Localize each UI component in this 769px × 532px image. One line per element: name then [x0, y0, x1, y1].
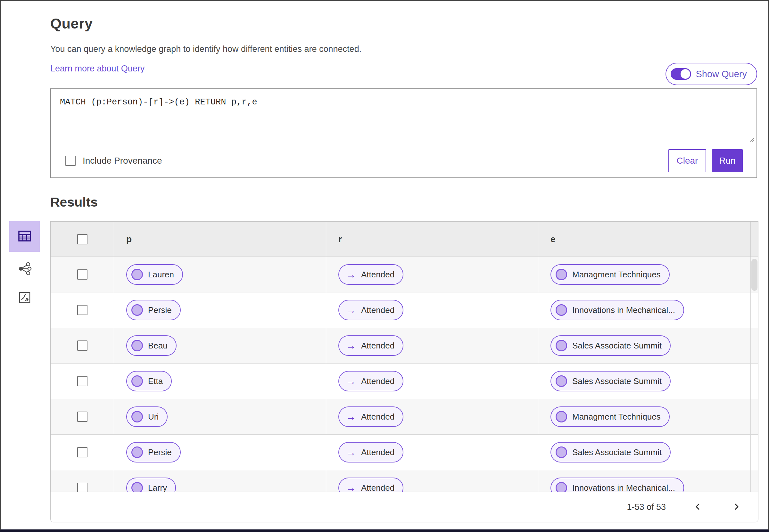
- header-scrollbar-cell: [750, 222, 758, 257]
- table-header-row: p r e: [51, 222, 758, 257]
- query-textarea[interactable]: MATCH (p:Person)-[r]->(e) RETURN p,r,e: [51, 89, 757, 144]
- arrow-right-icon: →: [343, 341, 356, 351]
- edge-label: Attended: [361, 270, 395, 280]
- column-label-e: e: [551, 234, 556, 244]
- arrow-right-icon: →: [343, 447, 356, 457]
- node-pill[interactable]: Innovations in Mechanical...: [551, 300, 684, 320]
- results-table: p r e Lauren: [50, 221, 758, 492]
- edge-pill[interactable]: → Attended: [338, 264, 404, 285]
- route-map-icon: [18, 291, 32, 306]
- toggle-knob: [681, 69, 690, 79]
- edge-pill[interactable]: → Attended: [338, 406, 404, 427]
- column-label-p: p: [126, 234, 132, 244]
- row-checkbox[interactable]: [77, 340, 87, 351]
- graph-view-button[interactable]: [9, 258, 40, 281]
- query-editor-panel: MATCH (p:Person)-[r]->(e) RETURN p,r,e I…: [50, 88, 757, 178]
- node-label: Larry: [148, 483, 167, 492]
- cell-e: Innovations in Mechanical...: [538, 292, 750, 328]
- node-pill[interactable]: Sales Associate Summit: [551, 335, 671, 356]
- node-circle-icon: [556, 375, 567, 387]
- network-icon: [18, 262, 32, 277]
- query-editor-footer: Include Provenance Clear Run: [51, 144, 757, 177]
- table-body: Lauren → Attended Managment Techniques P…: [51, 257, 758, 492]
- cell-e: Innovations in Mechanical...: [538, 470, 750, 492]
- row-checkbox[interactable]: [77, 305, 87, 315]
- toggle-switch-icon[interactable]: [671, 68, 691, 80]
- edge-pill[interactable]: → Attended: [338, 335, 404, 356]
- clear-button[interactable]: Clear: [668, 149, 706, 172]
- results-table-container: p r e Lauren: [50, 221, 758, 522]
- cell-p: Larry: [114, 470, 326, 492]
- query-page: Query You can query a knowledge graph to…: [0, 0, 769, 532]
- edge-pill[interactable]: → Attended: [338, 442, 404, 462]
- node-label: Persie: [148, 447, 172, 457]
- show-query-toggle[interactable]: Show Query: [666, 63, 757, 85]
- node-label: Innovations in Mechanical...: [572, 483, 675, 492]
- learn-more-link[interactable]: Learn more about Query: [50, 64, 144, 74]
- node-circle-icon: [131, 482, 143, 492]
- vertical-scrollbar[interactable]: [751, 259, 757, 291]
- edge-pill[interactable]: → Attended: [338, 478, 404, 492]
- row-scrollbar-cell: [750, 435, 758, 470]
- row-checkbox[interactable]: [77, 483, 87, 492]
- cell-r: → Attended: [326, 470, 538, 492]
- edge-pill[interactable]: → Attended: [338, 371, 404, 391]
- cell-p: Etta: [114, 364, 326, 399]
- edge-label: Attended: [361, 341, 395, 351]
- node-pill[interactable]: Managment Techniques: [551, 406, 670, 427]
- node-pill[interactable]: Lauren: [126, 264, 183, 285]
- row-checkbox[interactable]: [77, 447, 87, 457]
- node-pill[interactable]: Larry: [126, 478, 176, 492]
- row-checkbox[interactable]: [77, 412, 87, 422]
- select-all-checkbox[interactable]: [77, 234, 87, 244]
- edge-label: Attended: [361, 483, 395, 492]
- cell-r: → Attended: [326, 399, 538, 434]
- cell-p: Lauren: [114, 257, 326, 292]
- node-label: Sales Associate Summit: [572, 447, 662, 457]
- row-checkbox[interactable]: [77, 269, 87, 280]
- resize-handle-icon[interactable]: [749, 136, 755, 142]
- row-checkbox-cell: [51, 364, 114, 399]
- node-pill[interactable]: Uri: [126, 406, 168, 427]
- edge-pill[interactable]: → Attended: [338, 300, 404, 320]
- row-scrollbar-cell: [750, 292, 758, 328]
- row-checkbox-cell: [51, 399, 114, 434]
- node-circle-icon: [131, 375, 143, 387]
- node-pill[interactable]: Persie: [126, 300, 181, 320]
- include-provenance-checkbox[interactable]: [65, 156, 76, 166]
- node-label: Lauren: [148, 270, 174, 280]
- next-page-button[interactable]: [730, 501, 743, 514]
- row-scrollbar-cell: [750, 328, 758, 363]
- cell-p: Uri: [114, 399, 326, 434]
- node-circle-icon: [131, 269, 143, 280]
- row-scrollbar-cell: [750, 364, 758, 399]
- include-provenance-label: Include Provenance: [83, 156, 162, 166]
- cell-e: Managment Techniques: [538, 399, 750, 434]
- node-pill[interactable]: Persie: [126, 442, 181, 462]
- table-view-button[interactable]: [9, 221, 40, 252]
- header-checkbox-cell: [51, 222, 114, 257]
- node-pill[interactable]: Innovations in Mechanical...: [551, 478, 684, 492]
- node-pill[interactable]: Managment Techniques: [551, 264, 670, 285]
- header-cell-r: r: [326, 222, 538, 257]
- row-checkbox[interactable]: [77, 376, 87, 386]
- node-pill[interactable]: Etta: [126, 371, 172, 391]
- node-pill[interactable]: Sales Associate Summit: [551, 371, 671, 391]
- node-label: Etta: [148, 376, 163, 386]
- node-pill[interactable]: Beau: [126, 335, 176, 356]
- arrow-right-icon: →: [343, 376, 356, 386]
- results-title: Results: [1, 195, 768, 210]
- cell-r: → Attended: [326, 292, 538, 328]
- node-pill[interactable]: Sales Associate Summit: [551, 442, 671, 462]
- row-checkbox-cell: [51, 470, 114, 492]
- previous-page-button[interactable]: [691, 501, 704, 514]
- run-button[interactable]: Run: [712, 149, 743, 172]
- row-checkbox-cell: [51, 292, 114, 328]
- table-row: Persie → Attended Sales Associate Summit: [51, 435, 758, 470]
- map-view-button[interactable]: [9, 286, 40, 309]
- cell-p: Persie: [114, 292, 326, 328]
- node-label: Persie: [148, 305, 172, 315]
- content-area: Query You can query a knowledge graph to…: [1, 15, 768, 178]
- row-checkbox-cell: [51, 435, 114, 470]
- node-circle-icon: [131, 304, 143, 316]
